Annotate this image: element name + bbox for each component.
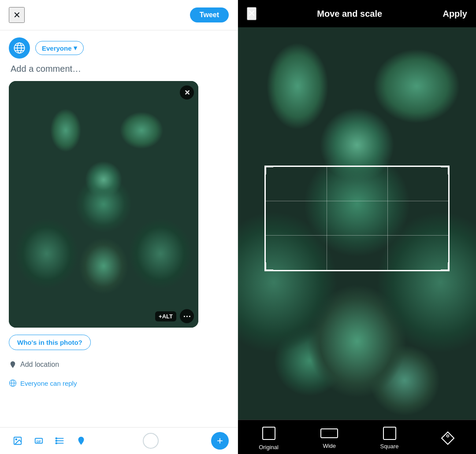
- svg-point-10: [15, 439, 17, 440]
- gif-icon: GIF: [34, 436, 44, 446]
- whos-in-photo-button[interactable]: Who's in this photo?: [9, 335, 91, 350]
- svg-rect-20: [263, 427, 275, 439]
- tweet-image: [9, 81, 198, 328]
- svg-rect-22: [383, 427, 396, 439]
- close-button[interactable]: ✕: [9, 7, 25, 23]
- right-header: ✕ Move and scale Apply: [238, 0, 476, 27]
- bottom-icons: GIF: [9, 432, 90, 450]
- svg-point-18: [56, 443, 57, 444]
- grid-line-vertical-2: [387, 167, 388, 270]
- crop-wide-option[interactable]: Wide: [320, 427, 338, 449]
- everyone-reply-label: Everyone can reply: [20, 380, 77, 387]
- alt-text-button[interactable]: +ALT: [155, 311, 176, 321]
- globe-small-icon: [9, 379, 17, 387]
- globe-icon: [13, 42, 26, 54]
- svg-point-16: [56, 438, 57, 439]
- svg-point-23: [446, 435, 449, 437]
- right-panel: ✕ Move and scale Apply Original: [238, 0, 476, 454]
- svg-point-17: [56, 440, 57, 442]
- image-icon-button[interactable]: [9, 432, 26, 450]
- square-label: Square: [380, 443, 399, 450]
- original-icon: [261, 425, 277, 441]
- grid-line-vertical-1: [327, 167, 327, 270]
- crop-title: Move and scale: [317, 9, 382, 19]
- crop-square-option[interactable]: Square: [380, 426, 399, 450]
- tweet-button[interactable]: Tweet: [190, 7, 229, 22]
- grid-line-horizontal-1: [266, 201, 448, 201]
- list-icon: [55, 436, 65, 446]
- add-thread-button[interactable]: +: [211, 432, 229, 450]
- image-container: ✕ +ALT ⋯: [9, 81, 198, 328]
- crop-close-button[interactable]: ✕: [247, 7, 257, 20]
- comment-placeholder[interactable]: Add a comment…: [9, 64, 229, 74]
- crop-frame[interactable]: [264, 166, 450, 271]
- crop-custom-option[interactable]: [440, 431, 455, 446]
- left-content: Everyone ▾ Add a comment… ✕ +ALT ⋯ Who's…: [0, 30, 238, 427]
- crop-area[interactable]: [238, 27, 476, 420]
- progress-circle: [143, 433, 159, 449]
- crop-options-bar: Original Wide Square: [238, 420, 476, 454]
- remove-image-button[interactable]: ✕: [180, 85, 194, 100]
- audience-button[interactable]: Everyone ▾: [35, 41, 84, 55]
- location-label: Add location: [20, 361, 59, 369]
- left-bottom-bar: GIF +: [0, 427, 238, 454]
- left-panel: ✕ Tweet Everyone ▾ Add a comment…: [0, 0, 238, 454]
- list-icon-button[interactable]: [51, 432, 69, 450]
- left-header: ✕ Tweet: [0, 0, 238, 30]
- succulent-background: [9, 81, 198, 328]
- corner-handle-top-right[interactable]: [441, 166, 450, 174]
- grid-line-horizontal-2: [266, 235, 448, 236]
- apply-button[interactable]: Apply: [443, 9, 467, 19]
- location-icon: [76, 436, 86, 446]
- user-row: Everyone ▾: [9, 37, 229, 59]
- svg-text:GIF: GIF: [37, 440, 41, 443]
- gif-icon-button[interactable]: GIF: [30, 432, 48, 450]
- svg-rect-21: [321, 429, 338, 438]
- chevron-down-icon: ▾: [74, 44, 77, 52]
- crop-original-option[interactable]: Original: [259, 425, 279, 450]
- image-actions: +ALT ⋯: [155, 309, 194, 323]
- corner-handle-bottom-right[interactable]: [441, 262, 450, 271]
- location-pin-icon: [9, 361, 17, 369]
- location-icon-button[interactable]: [72, 432, 90, 450]
- image-icon: [13, 436, 22, 446]
- add-location-button[interactable]: Add location: [9, 357, 229, 372]
- everyone-reply-row[interactable]: Everyone can reply: [9, 376, 229, 391]
- more-options-button[interactable]: ⋯: [180, 309, 194, 323]
- audience-label: Everyone: [42, 44, 72, 52]
- wide-icon: [320, 427, 338, 440]
- corner-handle-bottom-left[interactable]: [264, 262, 273, 271]
- wide-label: Wide: [323, 443, 336, 449]
- diamond-tag-icon: [440, 431, 455, 446]
- original-label: Original: [259, 444, 279, 450]
- avatar: [9, 37, 30, 59]
- square-icon: [383, 426, 397, 440]
- corner-handle-top-left[interactable]: [264, 166, 273, 174]
